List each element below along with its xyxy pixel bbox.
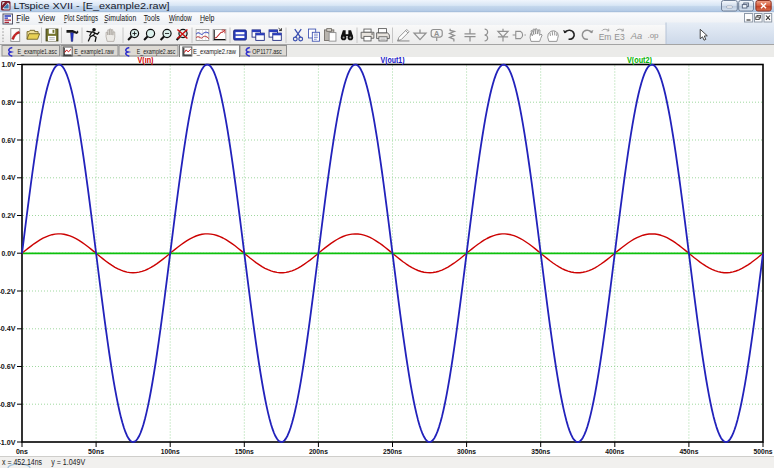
- svg-text:-0.2V: -0.2V: [0, 287, 16, 296]
- svg-text:Em: Em: [599, 32, 612, 42]
- svg-text:-0.4V: -0.4V: [0, 324, 16, 333]
- svg-text:E_example2.asc: E_example2.asc: [137, 47, 176, 56]
- svg-text:450ns: 450ns: [679, 447, 698, 456]
- svg-text:400ns: 400ns: [605, 447, 624, 456]
- svg-text:200ns: 200ns: [309, 447, 328, 456]
- svg-text:E_example1.raw: E_example1.raw: [74, 47, 114, 56]
- svg-text:-0.8V: -0.8V: [0, 400, 16, 409]
- svg-text:0ns: 0ns: [16, 447, 28, 456]
- svg-text:View: View: [39, 13, 56, 23]
- svg-text:LTspice XVII - [E_example2.raw: LTspice XVII - [E_example2.raw]: [14, 1, 170, 11]
- svg-text:-0.6V: -0.6V: [0, 362, 16, 371]
- svg-text:OP1177.asc: OP1177.asc: [252, 47, 281, 56]
- svg-text:100ns: 100ns: [161, 447, 180, 456]
- svg-text:E_example2.raw: E_example2.raw: [193, 47, 236, 56]
- svg-text:y = 1.049V: y = 1.049V: [51, 457, 85, 467]
- svg-text:E3: E3: [614, 32, 625, 42]
- svg-text:300ns: 300ns: [457, 447, 476, 456]
- svg-text:500ns: 500ns: [754, 447, 773, 456]
- svg-text:-1.0V: -1.0V: [0, 438, 16, 447]
- svg-text:150ns: 150ns: [235, 447, 254, 456]
- svg-text:250ns: 250ns: [383, 447, 402, 456]
- svg-text:Window: Window: [169, 13, 192, 23]
- svg-text:50ns: 50ns: [88, 447, 104, 456]
- svg-text:E_example1.asc: E_example1.asc: [17, 47, 57, 56]
- svg-text:0.6V: 0.6V: [2, 136, 17, 145]
- svg-text:V(out1): V(out1): [381, 57, 405, 65]
- svg-text:Aa: Aa: [630, 31, 642, 41]
- svg-text:0.4V: 0.4V: [2, 173, 17, 182]
- svg-text:.op: .op: [647, 31, 659, 40]
- svg-text:x = 452.14ns: x = 452.14ns: [2, 457, 42, 467]
- svg-text:Tools: Tools: [144, 13, 160, 23]
- svg-text:File: File: [16, 13, 30, 23]
- svg-text:1.0V: 1.0V: [2, 60, 17, 69]
- svg-text:0.2V: 0.2V: [2, 211, 17, 220]
- svg-text:Simulation: Simulation: [104, 13, 136, 23]
- svg-text:0.8V: 0.8V: [2, 98, 17, 107]
- svg-text:V(in): V(in): [138, 57, 154, 65]
- svg-text:Plot Settings: Plot Settings: [64, 13, 98, 23]
- svg-text:0.0V: 0.0V: [2, 249, 17, 258]
- svg-text:V(out2): V(out2): [627, 57, 652, 65]
- svg-text:A: A: [434, 29, 440, 38]
- svg-text:Help: Help: [200, 13, 215, 23]
- svg-text:350ns: 350ns: [531, 447, 550, 456]
